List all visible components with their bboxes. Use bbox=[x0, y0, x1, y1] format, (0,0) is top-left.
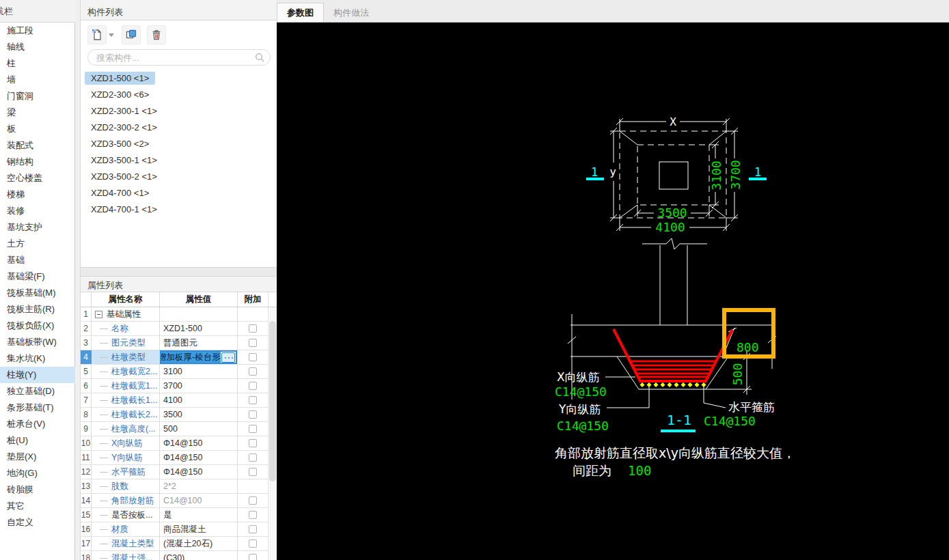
nav-item[interactable]: 门窗洞 bbox=[0, 88, 75, 104]
checkbox[interactable] bbox=[249, 511, 257, 519]
nav-item[interactable]: 砖胎膜 bbox=[0, 481, 75, 498]
checkbox[interactable] bbox=[249, 453, 257, 462]
component-list-item[interactable]: XZD3-500 <2> bbox=[81, 135, 277, 152]
property-value-cell[interactable]: Φ14@150 bbox=[160, 451, 238, 464]
drawing-tab[interactable]: 构件做法 bbox=[324, 3, 379, 22]
checkbox[interactable] bbox=[249, 410, 257, 419]
nav-item[interactable]: 装配式 bbox=[0, 137, 75, 154]
property-value-cell[interactable]: C14@100 bbox=[160, 494, 238, 507]
checkbox[interactable] bbox=[249, 554, 257, 560]
nav-item[interactable]: 土方 bbox=[0, 236, 75, 252]
nav-item[interactable]: 空心楼盖 bbox=[0, 170, 75, 186]
nav-item[interactable]: 自定义 bbox=[0, 514, 75, 531]
property-value-cell[interactable]: XZD1-500 bbox=[160, 322, 238, 335]
property-value-cell[interactable]: 3700 bbox=[160, 379, 238, 393]
delete-component-button[interactable] bbox=[147, 25, 166, 44]
property-name-cell[interactable]: 肢数 bbox=[92, 479, 160, 493]
nav-item[interactable]: 轴线 bbox=[0, 39, 75, 55]
property-name-cell[interactable]: 柱墩类型 bbox=[92, 350, 160, 364]
nav-item[interactable]: 筏板负筋(X) bbox=[0, 318, 75, 334]
property-value-cell[interactable] bbox=[160, 307, 238, 321]
component-list-item[interactable]: XZD1-500 <1> bbox=[81, 70, 277, 86]
property-value-cell[interactable]: 4100 bbox=[160, 393, 238, 407]
property-value-cell[interactable]: Φ14@150 bbox=[160, 436, 238, 450]
new-component-dropdown[interactable] bbox=[107, 25, 116, 44]
property-name-cell[interactable]: 柱墩高度(... bbox=[92, 422, 160, 436]
property-name-cell[interactable]: 基础属性 bbox=[92, 307, 160, 321]
property-value-cell[interactable]: (C30) bbox=[160, 551, 238, 560]
nav-item[interactable]: 筏板基础(M) bbox=[0, 285, 75, 301]
property-value-cell[interactable]: (混凝土20石) bbox=[160, 537, 238, 550]
nav-item[interactable]: 基础板带(W) bbox=[0, 334, 75, 350]
nav-item[interactable]: 钢结构 bbox=[0, 154, 75, 170]
nav-item[interactable]: 墙 bbox=[0, 72, 75, 88]
checkbox[interactable] bbox=[249, 496, 257, 505]
checkbox[interactable] bbox=[249, 382, 257, 390]
property-value-cell[interactable]: 商品混凝土 bbox=[160, 522, 238, 536]
nav-item[interactable]: 基坑支护 bbox=[0, 219, 75, 236]
component-list-item[interactable]: XZD4-700 <1> bbox=[81, 184, 277, 201]
checkbox[interactable] bbox=[249, 353, 257, 361]
component-list-item[interactable]: XZD2-300 <6> bbox=[81, 86, 277, 102]
nav-item[interactable]: 楼梯 bbox=[0, 186, 75, 203]
component-list-item[interactable]: XZD3-500-2 <1> bbox=[81, 168, 277, 184]
new-component-button[interactable] bbox=[87, 25, 107, 44]
property-value-cell[interactable]: Φ14@150 bbox=[160, 465, 238, 479]
checkbox[interactable] bbox=[249, 396, 257, 404]
component-list-item[interactable]: XZD2-300-1 <1> bbox=[81, 102, 277, 119]
nav-item[interactable]: 桩(U) bbox=[0, 432, 75, 449]
property-name-cell[interactable]: 混凝土强... bbox=[92, 551, 160, 560]
nav-item[interactable]: 梁 bbox=[0, 104, 75, 121]
checkbox[interactable] bbox=[249, 425, 257, 433]
property-name-cell[interactable]: Y向纵筋 bbox=[92, 451, 160, 464]
property-name-cell[interactable]: 图元类型 bbox=[92, 336, 160, 350]
nav-item[interactable]: 集水坑(K) bbox=[0, 350, 75, 367]
nav-item[interactable]: 施工段 bbox=[0, 23, 75, 39]
property-name-cell[interactable]: 柱墩截宽1... bbox=[92, 379, 160, 393]
component-list-item[interactable]: XZD4-700-1 <1> bbox=[81, 201, 277, 217]
search-input[interactable] bbox=[95, 52, 255, 64]
property-value-cell[interactable]: 3100 bbox=[160, 365, 238, 378]
checkbox[interactable] bbox=[249, 324, 257, 333]
property-value-cell[interactable]: 增加板厚-棱台形 bbox=[160, 350, 238, 364]
nav-item[interactable]: 其它 bbox=[0, 498, 75, 514]
checkbox[interactable] bbox=[249, 339, 257, 347]
checkbox[interactable] bbox=[249, 367, 257, 376]
checkbox[interactable] bbox=[249, 525, 257, 533]
property-name-cell[interactable]: X向纵筋 bbox=[92, 436, 160, 450]
more-options-button[interactable] bbox=[221, 352, 235, 363]
copy-component-button[interactable] bbox=[122, 25, 141, 44]
property-name-cell[interactable]: 水平箍筋 bbox=[92, 465, 160, 479]
property-name-cell[interactable]: 柱墩截宽2... bbox=[92, 365, 160, 378]
nav-item[interactable]: 独立基础(D) bbox=[0, 383, 75, 400]
property-value-cell[interactable]: 2*2 bbox=[160, 479, 238, 493]
property-name-cell[interactable]: 混凝土类型 bbox=[92, 537, 160, 550]
nav-item[interactable]: 桩承台(V) bbox=[0, 416, 75, 432]
property-value-cell[interactable]: 普通图元 bbox=[160, 336, 238, 350]
nav-item[interactable]: 地沟(G) bbox=[0, 465, 75, 481]
property-value-cell[interactable]: 是 bbox=[160, 508, 238, 522]
scrollbar-thumb[interactable] bbox=[269, 321, 276, 481]
property-name-cell[interactable]: 是否按板... bbox=[92, 508, 160, 522]
checkbox[interactable] bbox=[249, 540, 257, 548]
component-list-item[interactable]: XZD3-500-1 <1> bbox=[81, 152, 277, 168]
property-scrollbar[interactable] bbox=[268, 307, 277, 560]
property-name-cell[interactable]: 角部放射筋 bbox=[92, 494, 160, 507]
drawing-tab[interactable]: 参数图 bbox=[277, 3, 324, 22]
nav-item[interactable]: 柱墩(Y) bbox=[0, 367, 75, 383]
property-name-cell[interactable]: 材质 bbox=[92, 522, 160, 536]
nav-item[interactable]: 基础 bbox=[0, 252, 75, 268]
nav-item[interactable]: 垫层(X) bbox=[0, 449, 75, 465]
collapse-icon[interactable] bbox=[95, 311, 102, 318]
nav-item[interactable]: 筏板主筋(R) bbox=[0, 301, 75, 318]
component-search[interactable] bbox=[87, 49, 271, 66]
property-name-cell[interactable]: 名称 bbox=[92, 322, 160, 335]
nav-item[interactable]: 板 bbox=[0, 121, 75, 137]
property-value-cell[interactable]: 500 bbox=[160, 422, 238, 436]
property-name-cell[interactable]: 柱墩截长1... bbox=[92, 393, 160, 407]
checkbox[interactable] bbox=[249, 439, 257, 447]
checkbox[interactable] bbox=[249, 468, 257, 476]
nav-item[interactable]: 条形基础(T) bbox=[0, 400, 75, 416]
property-name-cell[interactable]: 柱墩截长2... bbox=[92, 408, 160, 421]
property-value-cell[interactable]: 3500 bbox=[160, 408, 238, 421]
